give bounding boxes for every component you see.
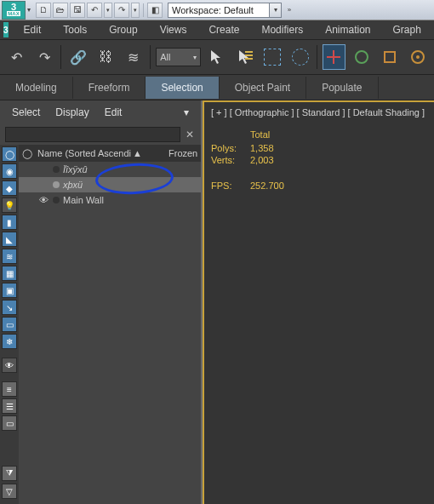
filter-bones-icon[interactable]: ↘ (2, 300, 17, 315)
filter-funnel2-icon[interactable]: ▽ (2, 484, 17, 499)
menu-modifiers[interactable]: Modifiers (251, 22, 313, 37)
tree-row[interactable]: xþxü (19, 177, 201, 192)
workspace-chevrons-icon[interactable]: » (283, 3, 295, 18)
separator (150, 45, 151, 69)
unlink-icon[interactable]: ⛓ (94, 44, 117, 70)
placement-icon[interactable] (406, 44, 429, 70)
visibility-column-icon[interactable]: ◯ (19, 148, 36, 159)
filter-spacewarps-icon[interactable]: ≋ (2, 249, 17, 264)
tab-selection[interactable]: Selection (146, 77, 219, 99)
display-box-icon[interactable]: ▭ (2, 415, 17, 431)
viewport-shading1-label[interactable]: [ Standard ] (297, 107, 345, 117)
viewport-view-label[interactable]: [ Orthographic ] (230, 107, 294, 117)
visibility-icon[interactable]: 👁 (37, 195, 49, 205)
bind-spacewarp-icon[interactable]: ≋ (123, 44, 146, 70)
project-icon[interactable]: ◧ (147, 3, 163, 18)
redo-arrow-icon[interactable]: ▾ (131, 3, 140, 18)
stats-total-label: Total (250, 129, 427, 140)
workspace-dropdown-icon[interactable]: ▾ (270, 3, 282, 18)
save-icon[interactable]: 🖫 (70, 3, 85, 18)
clear-search-icon[interactable]: ✕ (184, 129, 196, 140)
filter-shapes-icon[interactable]: ◆ (2, 180, 17, 196)
workspace-input[interactable] (168, 3, 270, 18)
tab-modeling[interactable]: Modeling (0, 77, 73, 99)
search-input[interactable] (5, 127, 180, 142)
tree-row[interactable]: Ïîxÿxû (19, 162, 201, 177)
tab-freeform[interactable]: Freeform (73, 77, 146, 99)
filter-lights-icon[interactable]: 💡 (2, 198, 17, 213)
object-color-swatch[interactable] (53, 181, 60, 188)
viewport-shading2-label[interactable]: [ Default Shading ] (348, 107, 425, 117)
new-icon[interactable]: 🗋 (36, 3, 51, 18)
selection-filter-dropdown[interactable]: All ▾ (156, 48, 200, 66)
menu-animation[interactable]: Animation (315, 22, 380, 37)
filter-containers-icon[interactable]: ▭ (2, 317, 17, 332)
filter-cameras-icon[interactable]: ▮ (2, 215, 17, 230)
chevron-down-icon: ▾ (193, 54, 197, 61)
scale-gizmo-icon[interactable] (379, 44, 402, 70)
stats-fps-value: 252.700 (250, 180, 284, 191)
link-icon[interactable]: 🔗 (66, 44, 89, 70)
se-menu-display[interactable]: Display (49, 103, 95, 122)
app-logo[interactable]: 3 MAX (2, 1, 26, 20)
menu-views[interactable]: Views (150, 22, 197, 37)
viewport-header[interactable]: [ + ] [ Orthographic ] [ Standard ] [ De… (211, 107, 427, 117)
display-hidden-icon[interactable]: 👁 (2, 358, 17, 373)
tree-row[interactable]: 👁 Main Wall (19, 192, 201, 208)
tab-populate[interactable]: Populate (306, 77, 378, 99)
separator (143, 3, 144, 17)
menu-tools[interactable]: Tools (53, 22, 97, 37)
filter-funnel-icon[interactable]: ⧩ (2, 466, 17, 481)
title-bar: 3 MAX ▾ 🗋 🗁 🖫 ↶ ▾ ↷ ▾ ◧ ▾ » (0, 0, 434, 20)
undo-button[interactable]: ↶ (5, 44, 28, 70)
menu-graph[interactable]: Graph (383, 22, 431, 37)
object-color-swatch[interactable] (53, 197, 60, 203)
viewport-statistics: Total Polys:1,358 Verts:2,003 FPS:252.70… (211, 129, 427, 191)
workspace-selector: ▾ » (168, 3, 295, 18)
redo-icon[interactable]: ↷ (114, 3, 129, 18)
select-by-name-icon[interactable] (233, 44, 256, 70)
filter-helpers-icon[interactable]: ◣ (2, 232, 17, 247)
se-menu-overflow-icon[interactable]: ▾ (177, 103, 196, 122)
scene-tree: ◯ Name (Sorted Ascendi▲ Frozen Ïîxÿxû (19, 145, 201, 504)
tab-object-paint[interactable]: Object Paint (220, 77, 306, 99)
scene-tree-rows: Ïîxÿxû xþxü 👁 Main Wall (19, 162, 201, 208)
filter-xrefs-icon[interactable]: ▣ (2, 283, 17, 298)
filter-geometry-icon[interactable]: ◉ (2, 163, 17, 179)
object-name: xþxü (63, 180, 83, 190)
menu-bar: 3 Edit Tools Group Views Create Modifier… (0, 20, 434, 39)
filter-groups-icon[interactable]: ▦ (2, 266, 17, 281)
menu-group[interactable]: Group (99, 22, 147, 37)
move-gizmo-icon[interactable] (323, 44, 345, 70)
filter-all-icon[interactable]: ◯ (2, 146, 17, 162)
sort-asc-icon: ▲ (133, 148, 142, 158)
viewport-plus-label[interactable]: [ + ] (211, 107, 227, 117)
object-color-swatch[interactable] (53, 166, 60, 173)
app-menu-arrow-icon[interactable]: ▾ (26, 6, 32, 14)
undo-arrow-icon[interactable]: ▾ (104, 3, 112, 18)
se-menu-select[interactable]: Select (5, 103, 47, 122)
name-column-header[interactable]: Name (Sorted Ascendi▲ (36, 148, 168, 158)
rotate-gizmo-icon[interactable] (351, 44, 374, 70)
stats-verts-label: Verts: (211, 155, 250, 165)
display-bars-icon[interactable]: ≡ (2, 381, 17, 397)
open-icon[interactable]: 🗁 (53, 3, 68, 18)
app-icon-small[interactable]: 3 (3, 22, 9, 37)
undo-icon[interactable]: ↶ (87, 3, 102, 18)
select-object-icon[interactable] (206, 44, 229, 70)
object-name: Ïîxÿxû (63, 164, 88, 175)
quick-access-toolbar: 🗋 🗁 🖫 ↶ ▾ ↷ ▾ ◧ (36, 3, 163, 18)
display-list-icon[interactable]: ☰ (2, 398, 17, 414)
viewport[interactable]: [ + ] [ Orthographic ] [ Standard ] [ De… (203, 100, 434, 504)
menu-create[interactable]: Create (198, 22, 249, 37)
marquee-rect-icon[interactable] (261, 44, 284, 70)
filter-frozen-icon[interactable]: ❄ (2, 334, 17, 349)
marquee-circle-icon[interactable] (289, 44, 312, 70)
frozen-column-header[interactable]: Frozen (168, 148, 201, 158)
separator (60, 45, 61, 69)
redo-button[interactable]: ↷ (33, 44, 56, 70)
menu-edit[interactable]: Edit (14, 22, 52, 37)
ribbon-tabs: Modeling Freeform Selection Object Paint… (0, 75, 434, 100)
stats-verts-value: 2,003 (250, 155, 274, 165)
se-menu-edit[interactable]: Edit (98, 103, 129, 122)
